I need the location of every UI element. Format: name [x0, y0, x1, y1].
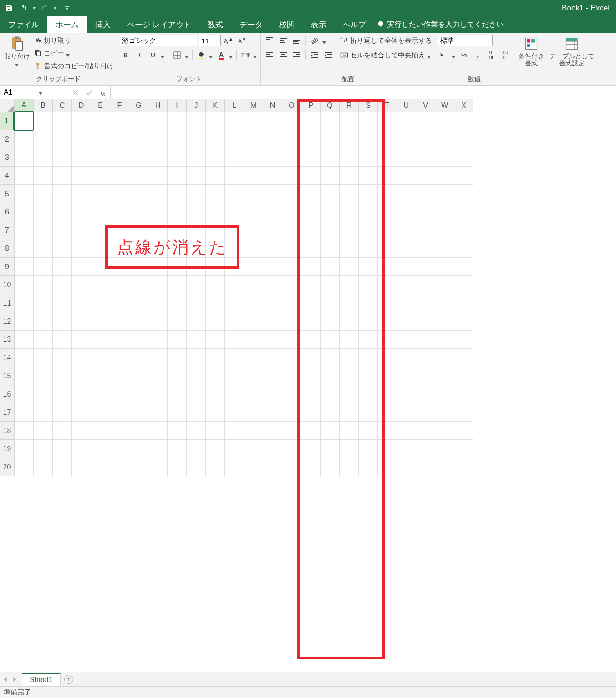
cell-U18[interactable]	[397, 422, 416, 440]
cell-W16[interactable]	[435, 385, 454, 403]
cell-G17[interactable]	[129, 403, 148, 422]
cell-C6[interactable]	[53, 203, 72, 221]
cell-E10[interactable]	[91, 276, 110, 294]
decrease-font-button[interactable]: A▼	[236, 35, 248, 46]
enter-button[interactable]	[86, 89, 93, 96]
cell-J2[interactable]	[187, 130, 206, 148]
cell-F3[interactable]	[110, 148, 129, 167]
cell-X5[interactable]	[454, 185, 473, 203]
cell-N17[interactable]	[263, 403, 282, 422]
column-header-G[interactable]: G	[129, 99, 148, 112]
cell-N15[interactable]	[263, 367, 282, 385]
cell-U4[interactable]	[397, 167, 416, 185]
cell-J18[interactable]	[187, 422, 206, 440]
redo-button[interactable]	[38, 2, 51, 15]
cell-M6[interactable]	[244, 203, 263, 221]
cell-J14[interactable]	[187, 349, 206, 367]
cell-I18[interactable]	[168, 422, 187, 440]
cell-M11[interactable]	[244, 294, 263, 312]
cell-U6[interactable]	[397, 203, 416, 221]
cell-C14[interactable]	[53, 349, 72, 367]
row-header-10[interactable]: 10	[0, 276, 14, 294]
cell-B8[interactable]	[34, 239, 53, 258]
cell-J5[interactable]	[187, 185, 206, 203]
cell-A2[interactable]	[15, 130, 34, 148]
cell-E19[interactable]	[91, 440, 110, 458]
cell-D8[interactable]	[72, 239, 91, 258]
cell-G19[interactable]	[129, 440, 148, 458]
tell-me-search[interactable]: 実行したい作業を入力してください	[377, 16, 504, 33]
cell-A8[interactable]	[15, 239, 34, 258]
cell-F15[interactable]	[110, 367, 129, 385]
cell-N12[interactable]	[263, 312, 282, 331]
cell-H4[interactable]	[148, 167, 168, 185]
cell-B4[interactable]	[34, 167, 53, 185]
cell-W11[interactable]	[435, 294, 454, 312]
cell-G13[interactable]	[129, 331, 148, 349]
cell-C7[interactable]	[53, 221, 72, 239]
sheet-tab-sheet1[interactable]: Sheet1	[22, 673, 61, 686]
cell-U1[interactable]	[397, 112, 416, 130]
cell-X13[interactable]	[454, 331, 473, 349]
row-header-12[interactable]: 12	[0, 312, 14, 331]
cell-E15[interactable]	[91, 367, 110, 385]
cell-G20[interactable]	[129, 458, 148, 476]
cell-F1[interactable]	[110, 112, 129, 130]
font-size-combo[interactable]	[199, 35, 221, 46]
row-header-7[interactable]: 7	[0, 221, 14, 239]
cell-L20[interactable]	[225, 458, 244, 476]
cell-L11[interactable]	[225, 294, 244, 312]
cell-B3[interactable]	[34, 148, 53, 167]
row-header-13[interactable]: 13	[0, 331, 14, 349]
cell-V14[interactable]	[416, 349, 435, 367]
cell-C20[interactable]	[53, 458, 72, 476]
cell-C17[interactable]	[53, 403, 72, 422]
wrap-text-button[interactable]: ab 折り返して全体を表示する	[340, 35, 432, 46]
cell-G6[interactable]	[129, 203, 148, 221]
cell-L13[interactable]	[225, 331, 244, 349]
cell-J6[interactable]	[187, 203, 206, 221]
cell-D2[interactable]	[72, 130, 91, 148]
cell-F10[interactable]	[110, 276, 129, 294]
cell-F2[interactable]	[110, 130, 129, 148]
cell-D1[interactable]	[72, 112, 91, 130]
cell-F6[interactable]	[110, 203, 129, 221]
row-header-5[interactable]: 5	[0, 185, 14, 203]
cell-W12[interactable]	[435, 312, 454, 331]
cell-G18[interactable]	[129, 422, 148, 440]
cell-A11[interactable]	[15, 294, 34, 312]
cell-H3[interactable]	[148, 148, 168, 167]
cell-N18[interactable]	[263, 422, 282, 440]
cell-K12[interactable]	[206, 312, 225, 331]
cell-H18[interactable]	[148, 422, 168, 440]
row-header-18[interactable]: 18	[0, 422, 14, 440]
cell-U16[interactable]	[397, 385, 416, 403]
cell-W15[interactable]	[435, 367, 454, 385]
column-header-E[interactable]: E	[91, 99, 110, 112]
cell-W9[interactable]	[435, 258, 454, 276]
cell-U12[interactable]	[397, 312, 416, 331]
cell-D18[interactable]	[72, 422, 91, 440]
merge-center-button[interactable]: セルを結合して中央揃え	[340, 49, 432, 61]
cell-A15[interactable]	[15, 367, 34, 385]
cell-K6[interactable]	[206, 203, 225, 221]
cell-L4[interactable]	[225, 167, 244, 185]
cell-X20[interactable]	[454, 458, 473, 476]
cell-V15[interactable]	[416, 367, 435, 385]
cell-M8[interactable]	[244, 239, 263, 258]
cell-G4[interactable]	[129, 167, 148, 185]
tab-page-layout[interactable]: ページ レイアウト	[119, 16, 199, 33]
percent-button[interactable]: %	[458, 49, 470, 61]
cell-E2[interactable]	[91, 130, 110, 148]
cell-E13[interactable]	[91, 331, 110, 349]
tab-review[interactable]: 校閲	[271, 16, 303, 33]
cell-N1[interactable]	[263, 112, 282, 130]
fill-dropdown-icon[interactable]	[209, 53, 214, 57]
cell-U3[interactable]	[397, 148, 416, 167]
row-header-20[interactable]: 20	[0, 458, 14, 476]
cell-I12[interactable]	[168, 312, 187, 331]
format-as-table-button[interactable]: テーブルとして 書式設定	[548, 35, 596, 68]
cell-J16[interactable]	[187, 385, 206, 403]
cell-H2[interactable]	[148, 130, 168, 148]
cell-H15[interactable]	[148, 367, 168, 385]
